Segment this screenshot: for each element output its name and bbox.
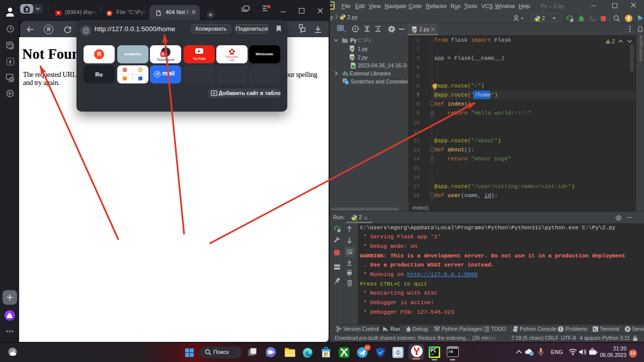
svg-text:3: 3 [26,7,28,12]
